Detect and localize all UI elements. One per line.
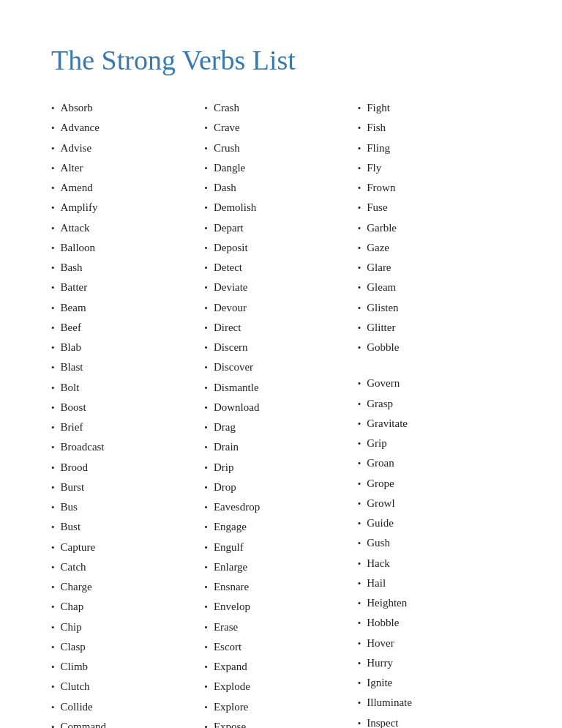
list-item: Escort xyxy=(204,639,357,655)
list-item: Depart xyxy=(204,220,357,237)
list-item: Envelop xyxy=(204,598,357,615)
list-item: Burst xyxy=(51,479,204,496)
list-item: Deposit xyxy=(204,239,357,256)
list-item: Batter xyxy=(51,279,204,296)
list-item: Frown xyxy=(358,179,511,196)
list-item: Deviate xyxy=(204,279,357,296)
list-item: Amend xyxy=(51,179,204,196)
list-item: Garble xyxy=(358,220,511,237)
list-item: Explode xyxy=(204,678,357,695)
list-item: Attack xyxy=(51,220,204,237)
list-item: Drag xyxy=(204,419,357,436)
list-item: Gaze xyxy=(358,239,511,256)
list-item: Gravitate xyxy=(358,415,511,432)
verb-column-2: CrashCraveCrushDangleDashDemolishDepartD… xyxy=(204,100,357,728)
list-item: Brood xyxy=(51,459,204,476)
list-item: Collide xyxy=(51,699,204,716)
list-item: Glare xyxy=(358,259,511,276)
list-item: Heighten xyxy=(358,595,511,612)
list-item: Capture xyxy=(51,539,204,556)
list-item: Bash xyxy=(51,259,204,276)
list-item: Fly xyxy=(358,160,511,177)
verb-column-1: AbsorbAdvanceAdviseAlterAmendAmplifyAtta… xyxy=(51,100,204,728)
list-item: Crash xyxy=(204,100,357,116)
list-item: Clasp xyxy=(51,639,204,655)
list-item: Devour xyxy=(204,300,357,316)
list-item: Climb xyxy=(51,658,204,675)
columns-wrapper: AbsorbAdvanceAdviseAlterAmendAmplifyAtta… xyxy=(51,100,511,728)
list-item: Ensnare xyxy=(204,579,357,595)
list-item: Drain xyxy=(204,439,357,456)
list-item: Advise xyxy=(51,140,204,157)
list-item: Erase xyxy=(204,619,357,636)
list-item: Blab xyxy=(51,339,204,356)
list-item: Command xyxy=(51,718,204,728)
list-item: Dangle xyxy=(204,160,357,177)
list-item: Govern xyxy=(358,375,511,392)
list-item: Gobble xyxy=(358,339,511,356)
list-item: Growl xyxy=(358,495,511,512)
list-item: Grope xyxy=(358,475,511,492)
list-item: Hurry xyxy=(358,655,511,672)
list-item: Hover xyxy=(358,635,511,652)
list-item: Blast xyxy=(51,359,204,376)
list-item: Broadcast xyxy=(51,439,204,456)
list-item: Download xyxy=(204,399,357,416)
list-item: Balloon xyxy=(51,239,204,256)
list-item: Groan xyxy=(358,455,511,472)
list-item: Ignite xyxy=(358,675,511,691)
list-item: Glisten xyxy=(358,300,511,316)
list-item: Bust xyxy=(51,519,204,535)
list-item: Detect xyxy=(204,259,357,276)
list-item: Discern xyxy=(204,339,357,356)
list-item: Fling xyxy=(358,140,511,157)
list-item: Crush xyxy=(204,140,357,157)
list-item: Advance xyxy=(51,119,204,136)
list-item: Dash xyxy=(204,179,357,196)
list-item: Absorb xyxy=(51,100,204,116)
list-item: Hack xyxy=(358,555,511,572)
list-item: Chip xyxy=(51,619,204,636)
list-item: Explore xyxy=(204,699,357,716)
list-item: Expand xyxy=(204,658,357,675)
list-item: Brief xyxy=(51,419,204,436)
list-item: Gush xyxy=(358,535,511,551)
list-item: Amplify xyxy=(51,199,204,216)
list-item: Beef xyxy=(51,319,204,336)
list-item: Bolt xyxy=(51,379,204,396)
list-item: Crave xyxy=(204,119,357,136)
list-item: Engulf xyxy=(204,539,357,556)
list-item: Direct xyxy=(204,319,357,336)
list-item: Beam xyxy=(51,300,204,316)
list-item: Fish xyxy=(358,119,511,136)
list-item: Guide xyxy=(358,515,511,532)
list-item: Hobble xyxy=(358,614,511,631)
list-item: Enlarge xyxy=(204,559,357,576)
list-item: Charge xyxy=(51,579,204,595)
list-item: Hail xyxy=(358,575,511,592)
list-item: Illuminate xyxy=(358,694,511,711)
list-item: Boost xyxy=(51,399,204,416)
list-item: Dismantle xyxy=(204,379,357,396)
verb-column-3: FightFishFlingFlyFrownFuseGarbleGazeGlar… xyxy=(358,100,511,728)
list-item: Inspect xyxy=(358,715,511,729)
list-item: Catch xyxy=(51,559,204,576)
list-item: Fuse xyxy=(358,199,511,216)
list-item: Drop xyxy=(204,479,357,496)
list-item: Grip xyxy=(358,435,511,452)
list-item: Eavesdrop xyxy=(204,499,357,516)
list-item: Expose xyxy=(204,718,357,728)
list-item: Alter xyxy=(51,160,204,177)
list-item: Bus xyxy=(51,499,204,516)
list-item: Chap xyxy=(51,598,204,615)
list-item: Discover xyxy=(204,359,357,376)
list-item: Demolish xyxy=(204,199,357,216)
list-item: Grasp xyxy=(358,395,511,412)
list-item: Drip xyxy=(204,459,357,476)
list-item: Gleam xyxy=(358,279,511,296)
page-title: The Strong Verbs List xyxy=(51,44,511,76)
list-item: Glitter xyxy=(358,319,511,336)
list-item: Engage xyxy=(204,519,357,535)
list-item: Clutch xyxy=(51,678,204,695)
list-item: Fight xyxy=(358,100,511,116)
